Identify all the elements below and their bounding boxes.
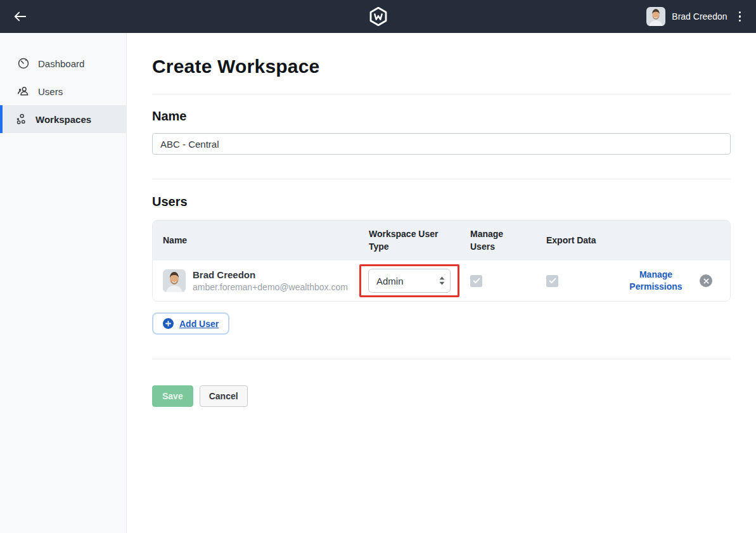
sidebar-item-label: Workspaces (35, 114, 91, 125)
kebab-menu-icon[interactable] (734, 9, 746, 25)
add-user-label: Add User (179, 319, 219, 329)
user-name: Brad Creedon (193, 269, 348, 281)
export-data-checkbox[interactable] (546, 275, 558, 287)
col-header-name: Name (153, 227, 359, 255)
page-title: Create Workspace (152, 56, 731, 77)
col-header-export-data: Export Data (536, 227, 612, 255)
main-content: Create Workspace Name Users Name Workspa… (127, 33, 756, 533)
sidebar: Dashboard Users (0, 33, 127, 533)
workspace-user-type-select[interactable]: Admin (368, 269, 451, 293)
remove-user-button[interactable] (700, 274, 712, 287)
wealthbox-logo-icon (368, 6, 388, 27)
gauge-icon (16, 57, 30, 70)
sidebar-item-label: Dashboard (38, 58, 84, 69)
highlight-annotation-box: Admin (359, 264, 459, 297)
user-avatar (163, 269, 186, 292)
close-icon (703, 278, 709, 284)
topbar: Brad Creedon (0, 0, 756, 33)
users-table-header-row: Name Workspace User Type Manage Users Ex… (153, 221, 730, 260)
arrow-left-icon (13, 10, 27, 23)
users-section-heading: Users (152, 195, 731, 209)
cancel-button[interactable]: Cancel (200, 385, 248, 407)
add-user-button[interactable]: Add User (152, 312, 229, 335)
back-button[interactable] (10, 6, 30, 27)
name-section-heading: Name (152, 109, 731, 124)
topbar-avatar[interactable] (646, 7, 665, 26)
cluster-icon (14, 113, 28, 125)
divider (152, 359, 731, 359)
sidebar-item-workspaces[interactable]: Workspaces (0, 105, 126, 133)
manage-users-checkbox[interactable] (470, 275, 482, 287)
divider (152, 179, 731, 179)
divider (152, 94, 731, 94)
manage-permissions-link[interactable]: Manage Permissions (617, 269, 695, 293)
col-header-manage-users: Manage Users (460, 221, 536, 260)
sidebar-item-dashboard[interactable]: Dashboard (0, 49, 126, 77)
workspace-name-input[interactable] (152, 133, 731, 155)
users-table: Name Workspace User Type Manage Users Ex… (152, 220, 731, 302)
col-header-workspace-user-type: Workspace User Type (359, 221, 460, 260)
save-button[interactable]: Save (152, 385, 193, 407)
topbar-user-name: Brad Creedon (672, 11, 727, 22)
user-email: amber.foreman+demo@wealthbox.com (193, 281, 348, 293)
col-header-spacer (700, 233, 730, 248)
sidebar-item-label: Users (38, 86, 63, 97)
col-header-spacer (612, 233, 700, 248)
sidebar-item-users[interactable]: Users (0, 77, 126, 105)
plus-icon (163, 318, 174, 329)
table-row: Brad Creedon amber.foreman+demo@wealthbo… (153, 260, 730, 301)
users-icon (16, 85, 30, 98)
